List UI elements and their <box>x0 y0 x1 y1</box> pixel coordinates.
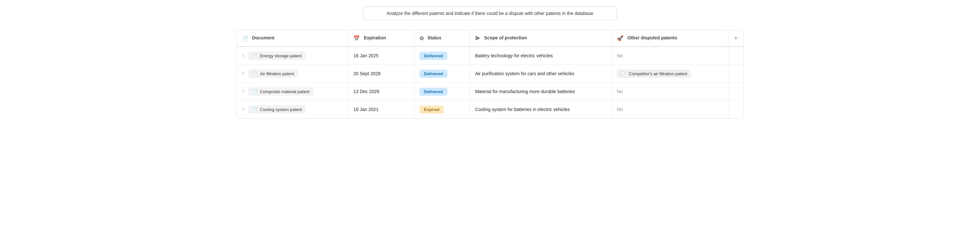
col-header-expiration: 📅 Expiration <box>348 30 414 46</box>
table-body: ⠿ 📄 Energy storage patent 16 Jan 2025Del… <box>237 46 743 118</box>
file-icon: 📄 <box>252 71 257 76</box>
expiration-cell: 16 Jan 2021 <box>348 100 414 118</box>
scope-text: Material for manufacturing more durable … <box>475 89 575 94</box>
competitor-chip[interactable]: 📄 Competitor's air filtration patent <box>617 70 691 78</box>
disputed-header-label: Other disputed patents <box>627 35 677 40</box>
document-chip[interactable]: 📄 Cooling system patent <box>248 105 306 113</box>
expiration-cell: 16 Jan 2025 <box>348 46 414 65</box>
scope-cell: Air purification system for cars and oth… <box>470 65 612 83</box>
status-icon: ⊙ <box>419 35 424 41</box>
document-icon: 📄 <box>242 35 248 41</box>
table-row: ⠿ 📄 Energy storage patent 16 Jan 2025Del… <box>237 46 743 65</box>
expiration-date: 13 Dec 2029 <box>353 89 379 94</box>
document-header-label: Document <box>252 35 274 40</box>
col-header-status: ⊙ Status <box>414 30 469 46</box>
document-chip[interactable]: 📄 Energy storage patent <box>248 51 305 60</box>
document-cell: ⠿ 📄 Cooling system patent <box>237 100 348 118</box>
document-name: Energy storage patent <box>260 53 302 58</box>
table-row: ⠿ 📄 Cooling system patent 16 Jan 2021Exp… <box>237 100 743 118</box>
table-row: ⠿ 📄 Air filtration patent 20 Sept 2028De… <box>237 65 743 83</box>
drag-handle[interactable]: ⠿ <box>242 89 245 94</box>
status-cell: Expired <box>414 100 469 118</box>
add-column-button[interactable]: + <box>728 30 743 46</box>
calendar-icon: 📅 <box>353 35 360 41</box>
document-cell: ⠿ 📄 Energy storage patent <box>237 46 348 65</box>
status-badge: Delivered <box>419 52 448 60</box>
disputed-cell: No <box>612 100 728 118</box>
prompt-text: Analyze the different patents and indica… <box>387 11 593 16</box>
disputed-cell: No <box>612 83 728 100</box>
col-header-disputed: 🚀 Other disputed patents <box>612 30 728 46</box>
row-add-cell <box>728 100 743 118</box>
expiration-date: 16 Jan 2021 <box>353 107 379 112</box>
status-badge: Delivered <box>419 70 448 78</box>
document-chip[interactable]: 📄 Composite material patent <box>248 87 313 96</box>
competitor-name: Competitor's air filtration patent <box>628 71 687 76</box>
scope-text: Air purification system for cars and oth… <box>475 71 574 76</box>
disputed-no: No <box>617 89 623 94</box>
scope-header-label: Scope of protection <box>484 35 527 40</box>
expiration-cell: 13 Dec 2029 <box>348 83 414 100</box>
col-header-scope: ⩥ Scope of protection <box>470 30 612 46</box>
competitor-file-icon: 📄 <box>621 71 626 76</box>
status-badge: Delivered <box>419 88 448 96</box>
patents-table: 📄 Document 📅 Expiration ⊙ Status ⩥ Scope… <box>237 30 743 118</box>
document-chip[interactable]: 📄 Air filtration patent <box>248 69 298 78</box>
document-cell: ⠿ 📄 Air filtration patent <box>237 65 348 83</box>
scope-icon: ⩥ <box>475 35 480 41</box>
scope-cell: Cooling system for batteries in electric… <box>470 100 612 118</box>
drag-handle[interactable]: ⠿ <box>242 107 245 112</box>
patents-table-container: 📄 Document 📅 Expiration ⊙ Status ⩥ Scope… <box>236 30 744 118</box>
document-name: Cooling system patent <box>260 107 302 112</box>
status-cell: Delivered <box>414 83 469 100</box>
disputed-cell: No <box>612 46 728 65</box>
table-header-row: 📄 Document 📅 Expiration ⊙ Status ⩥ Scope… <box>237 30 743 46</box>
row-add-cell <box>728 46 743 65</box>
row-add-cell <box>728 65 743 83</box>
scope-text: Cooling system for batteries in electric… <box>475 107 570 112</box>
drag-handle[interactable]: ⠿ <box>242 53 245 58</box>
row-add-cell <box>728 83 743 100</box>
table-row: ⠿ 📄 Composite material patent 13 Dec 202… <box>237 83 743 100</box>
scope-cell: Material for manufacturing more durable … <box>470 83 612 100</box>
expiration-date: 20 Sept 2028 <box>353 71 380 76</box>
disputed-no: No <box>617 53 623 58</box>
file-icon: 📄 <box>252 53 257 58</box>
col-header-document: 📄 Document <box>237 30 348 46</box>
rocket-icon: 🚀 <box>617 35 624 41</box>
status-header-label: Status <box>428 35 442 40</box>
disputed-no: No <box>617 107 623 112</box>
expiration-cell: 20 Sept 2028 <box>348 65 414 83</box>
file-icon: 📄 <box>252 89 257 94</box>
status-badge: Expired <box>419 105 444 113</box>
document-cell: ⠿ 📄 Composite material patent <box>237 83 348 100</box>
status-cell: Delivered <box>414 65 469 83</box>
scope-text: Battery technology for electric vehicles <box>475 53 553 58</box>
document-name: Composite material patent <box>260 89 309 94</box>
prompt-bar: Analyze the different patents and indica… <box>363 6 617 20</box>
disputed-cell: 📄 Competitor's air filtration patent <box>612 65 728 83</box>
drag-handle[interactable]: ⠿ <box>242 71 245 76</box>
expiration-header-label: Expiration <box>364 35 386 40</box>
expiration-date: 16 Jan 2025 <box>353 53 379 58</box>
scope-cell: Battery technology for electric vehicles <box>470 46 612 65</box>
document-name: Air filtration patent <box>260 71 294 76</box>
status-cell: Delivered <box>414 46 469 65</box>
file-icon: 📄 <box>252 107 257 112</box>
